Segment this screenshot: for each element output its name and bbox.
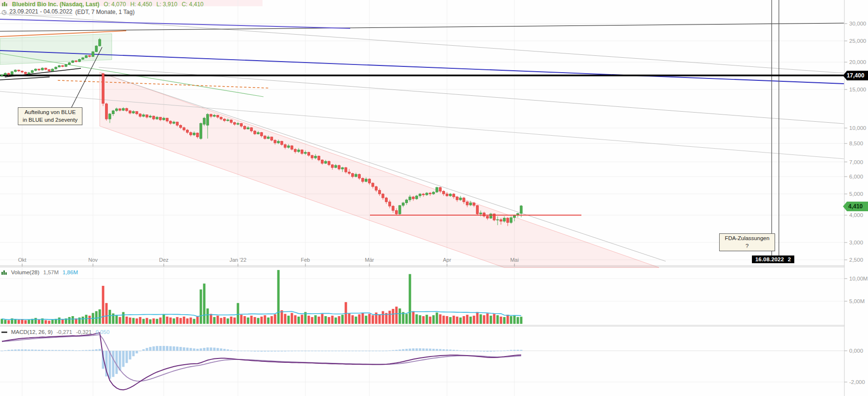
axis-label: 5,000	[849, 191, 863, 197]
symbol-name: Bluebird Bio Inc. (Nasdaq, Last)	[12, 1, 99, 8]
axis-label: Feb	[301, 257, 310, 263]
macd-signal-line	[2, 334, 521, 381]
axis-label: 0,000	[849, 348, 863, 354]
high-value: H: 4,450	[130, 1, 152, 8]
low-value: L: 3,910	[157, 1, 177, 8]
fda-annotation-box[interactable]: FDA-Zulassungen ?	[719, 233, 775, 251]
axis-label: 2,500	[849, 257, 863, 263]
chart-root: Bluebird Bio Inc. (Nasdaq, Last) O: 4,07…	[0, 0, 868, 396]
axis-label: 7,000	[849, 159, 863, 165]
level-price-tag: 17,400	[843, 71, 868, 80]
symbol-legend[interactable]: Bluebird Bio Inc. (Nasdaq, Last) O: 4,07…	[1, 1, 204, 8]
volume-value: 1,57M	[43, 269, 59, 275]
macd-legend[interactable]: MACD(12, 26, 9) -0,271 -0,321 0,050	[1, 329, 109, 335]
axis-label: Jan '22	[229, 257, 246, 263]
event-date-marker: 16.08.20222	[752, 255, 794, 263]
macd-main-line	[2, 333, 521, 390]
axis-label: Apr	[443, 257, 451, 263]
macd-label: MACD(12, 26, 9)	[11, 329, 53, 335]
fda-annotation-line2: ?	[722, 243, 772, 250]
event-date: 16.08.2022	[755, 256, 784, 262]
candlestick-icon	[1, 1, 8, 8]
close-value: C: 4,410	[182, 1, 203, 8]
price-chart-canvas[interactable]	[0, 0, 868, 396]
date-range[interactable]: 23.09.2021 - 04.05.2022	[9, 8, 72, 15]
clock-icon: ◷	[1, 9, 6, 15]
axis-label: 30,000	[849, 21, 866, 26]
macd-panel-graphics	[1, 333, 523, 390]
axis-label: 20,000	[849, 59, 866, 65]
macd-value: -0,271	[56, 329, 72, 335]
open-value: O: 4,070	[104, 1, 126, 8]
date-range-row[interactable]: ◷ 23.09.2021 - 04.05.2022 (EDT, 7 Monate…	[1, 8, 134, 15]
axis-label: 4,000	[849, 212, 863, 218]
fda-annotation-line1: FDA-Zulassungen	[722, 235, 772, 243]
volume-label: Volume(28)	[11, 269, 39, 275]
volume-ma-value: 1,86M	[63, 269, 78, 275]
axis-label: -2,000	[849, 379, 865, 385]
macd-signal-value: -0,321	[76, 329, 92, 335]
volume-bars	[1, 270, 523, 324]
macd-line-icon	[1, 332, 7, 333]
axis-label: Mär	[365, 257, 374, 263]
axis-label: 10,00M	[849, 276, 868, 281]
volume-legend[interactable]: Volume(28) 1,57M 1,86M	[1, 269, 78, 275]
last-price-tag: 4,410	[843, 202, 868, 211]
axis-label: Okt	[18, 257, 26, 263]
axis-label: 3,000	[849, 240, 863, 245]
volume-bars-icon	[1, 270, 7, 275]
trendline-drawings[interactable]	[0, 0, 844, 268]
split-annotation-box[interactable]: Aufteilung von BLUE in BLUE und 2seventy	[18, 107, 82, 125]
macd-hist-value: 0,050	[96, 329, 110, 335]
split-annotation-line2: in BLUE und 2seventy	[21, 116, 79, 124]
axis-label: 10,000	[849, 125, 866, 131]
axis-label: Dez	[159, 257, 169, 263]
axis-label: Mai	[510, 257, 519, 263]
axis-label: 15,000	[849, 87, 866, 92]
event-count-badge: 2	[788, 256, 791, 262]
split-annotation-line1: Aufteilung von BLUE	[21, 109, 79, 116]
axis-label: 8,500	[849, 141, 863, 146]
axis-label: Nov	[88, 257, 98, 263]
range-note: (EDT, 7 Monate, 1 Tag)	[75, 9, 134, 15]
axis-label: 6,000	[849, 174, 863, 179]
axis-label: 5,00M	[849, 298, 865, 304]
axis-label: 25,000	[849, 38, 866, 44]
